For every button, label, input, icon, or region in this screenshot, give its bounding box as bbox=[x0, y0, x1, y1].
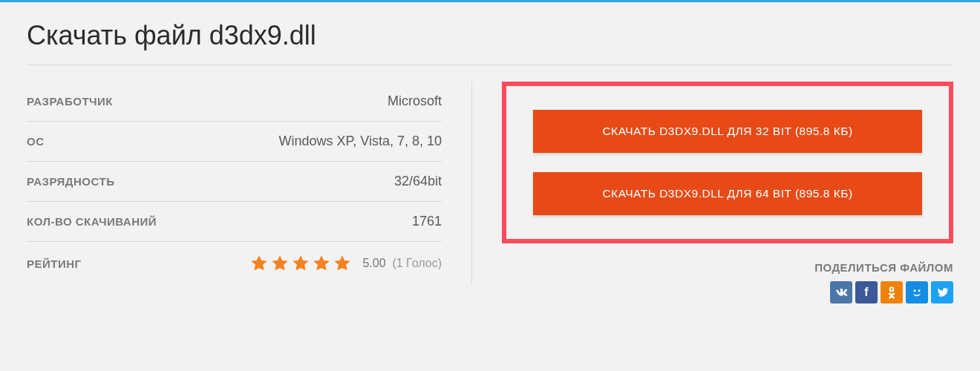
info-label: РАЗРАБОТЧИК bbox=[27, 95, 113, 108]
star-icon bbox=[249, 254, 269, 273]
rating-stars[interactable] bbox=[249, 254, 352, 273]
rating-score: 5.00 bbox=[362, 257, 385, 269]
share-vk-icon[interactable] bbox=[830, 281, 852, 303]
star-icon bbox=[333, 254, 352, 273]
info-label: ОС bbox=[27, 135, 45, 148]
info-row-os: ОС Windows XP, Vista, 7, 8, 10 bbox=[27, 122, 442, 162]
rating-votes: (1 Голос) bbox=[392, 257, 442, 269]
info-label: КОЛ-ВО СКАЧИВАНИЙ bbox=[27, 215, 157, 228]
info-row-developer: РАЗРАБОТЧИК Microsoft bbox=[27, 82, 442, 122]
download-64bit-button[interactable]: СКАЧАТЬ D3DX9.DLL ДЛЯ 64 BIT (895.8 КБ) bbox=[533, 172, 922, 215]
share-twitter-icon[interactable] bbox=[931, 281, 953, 303]
share-odnoklassniki-icon[interactable] bbox=[881, 281, 903, 303]
share-block: ПОДЕЛИТЬСЯ ФАЙЛОМ f bbox=[502, 261, 953, 303]
share-facebook-icon[interactable]: f bbox=[855, 281, 878, 303]
info-value: Microsoft bbox=[388, 93, 442, 109]
star-icon bbox=[270, 254, 290, 273]
page-title: Скачать файл d3dx9.dll bbox=[27, 20, 953, 51]
svg-point-1 bbox=[918, 289, 921, 292]
share-moimir-icon[interactable] bbox=[906, 281, 928, 303]
svg-point-0 bbox=[914, 289, 916, 292]
divider bbox=[27, 65, 953, 65]
download-box: СКАЧАТЬ D3DX9.DLL ДЛЯ 32 BIT (895.8 КБ) … bbox=[502, 82, 953, 243]
info-value: 32/64bit bbox=[394, 174, 442, 189]
file-info-table: РАЗРАБОТЧИК Microsoft ОС Windows XP, Vis… bbox=[27, 82, 472, 285]
info-value: 1761 bbox=[412, 214, 442, 229]
star-icon bbox=[291, 254, 310, 273]
star-icon bbox=[312, 254, 331, 273]
info-row-downloads: КОЛ-ВО СКАЧИВАНИЙ 1761 bbox=[27, 202, 442, 242]
download-32bit-button[interactable]: СКАЧАТЬ D3DX9.DLL ДЛЯ 32 BIT (895.8 КБ) bbox=[533, 110, 922, 153]
info-label: РЕЙТИНГ bbox=[27, 257, 82, 270]
info-label: РАЗРЯДНОСТЬ bbox=[27, 175, 114, 188]
share-title: ПОДЕЛИТЬСЯ ФАЙЛОМ bbox=[502, 261, 953, 274]
info-row-rating: РЕЙТИНГ 5.00 (1 Голос) bbox=[27, 242, 442, 285]
info-row-bitness: РАЗРЯДНОСТЬ 32/64bit bbox=[27, 162, 442, 202]
info-value: Windows XP, Vista, 7, 8, 10 bbox=[279, 134, 442, 149]
